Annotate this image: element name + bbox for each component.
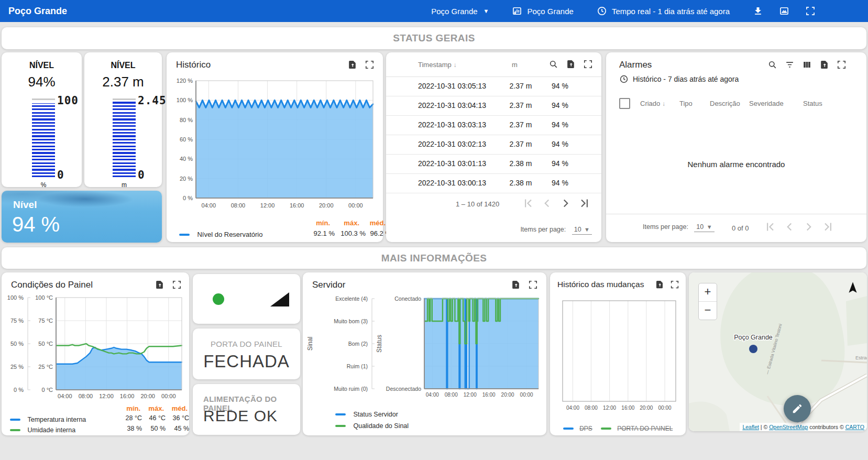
svg-text:50 °C: 50 °C	[38, 341, 53, 347]
legend-item[interactable]: Status Servidor	[335, 409, 398, 419]
edit-dashboard-fab[interactable]	[784, 395, 811, 422]
fullscreen-icon[interactable]	[837, 60, 847, 70]
condicoes-chart-card: Condições do Painel 0 %25 %50 %75 %100 %…	[2, 272, 189, 435]
svg-text:80 %: 80 %	[180, 117, 193, 123]
cell-timestamp: 2022-10-31 03:04:13	[418, 101, 486, 109]
svg-text:08:00: 08:00	[79, 393, 93, 399]
card-title: Histórico das mudanças	[557, 280, 644, 289]
legend-item[interactable]: Temperatura interna	[10, 414, 86, 424]
map-marker[interactable]	[749, 345, 757, 353]
svg-text:00:00: 00:00	[348, 202, 363, 209]
column-m[interactable]: m	[512, 61, 518, 69]
gauge-nivel-meters: NÍVEL 2.37 m 2.45 0 m	[84, 52, 162, 187]
items-per-page-select[interactable]: 10 ▼	[694, 223, 714, 232]
svg-text:Excelente (4): Excelente (4)	[335, 295, 368, 302]
svg-text:12:00: 12:00	[464, 392, 477, 398]
search-icon[interactable]	[767, 60, 777, 70]
last-page-icon[interactable]	[578, 196, 591, 210]
road-label-2: Estrada	[855, 355, 867, 360]
fullscreen-icon[interactable]	[528, 280, 538, 290]
alarm-column-header[interactable]: Severidade	[749, 100, 784, 107]
status-led	[213, 293, 224, 305]
alarms-timewindow[interactable]: Histórico - 7 dias atrás até agora	[619, 74, 739, 84]
zoom-out-button[interactable]: −	[699, 302, 717, 320]
entity-select[interactable]: Poço Grande ▼	[431, 7, 489, 16]
zoom-in-button[interactable]: +	[699, 283, 717, 302]
alarm-column-header[interactable]: Descrição	[710, 100, 740, 107]
stat-header-avg: méd.	[361, 219, 386, 227]
prev-page-icon[interactable]	[783, 220, 796, 234]
legend-item[interactable]: PORTA DO PAINEL	[601, 423, 673, 433]
cell-timestamp: 2022-10-31 03:05:13	[418, 82, 486, 90]
download-icon[interactable]	[753, 6, 763, 16]
cell-percent: 94 %	[538, 159, 568, 168]
pencil-icon	[792, 403, 803, 414]
fullscreen-icon[interactable]	[805, 6, 816, 16]
select-all-checkbox[interactable]	[619, 98, 630, 109]
timewindow-button[interactable]: Tempo real - 1 dia atrás até agora	[597, 6, 730, 16]
condicoes-chart: 0 %25 %50 %75 %100 %0 °C25 °C50 °C75 °C1…	[3, 294, 187, 406]
historico-chart-card: Histórico 0 %20 %40 %60 %80 %100 %120 %0…	[167, 52, 383, 242]
export-icon[interactable]	[566, 59, 576, 69]
column-timestamp[interactable]: Timestamp ↓	[418, 61, 456, 69]
export-icon[interactable]	[655, 280, 664, 289]
export-icon[interactable]	[511, 280, 521, 290]
screenshot-icon[interactable]	[779, 6, 789, 16]
export-icon[interactable]	[347, 60, 357, 70]
fullscreen-icon[interactable]	[670, 280, 679, 289]
signal-strength-icon	[270, 292, 289, 306]
items-per-page-select[interactable]: 10 ▼	[572, 226, 592, 235]
svg-text:16:00: 16:00	[482, 392, 496, 398]
stat-header-min: mín.	[306, 219, 330, 227]
svg-text:00:00: 00:00	[161, 393, 176, 399]
fullscreen-icon[interactable]	[583, 59, 593, 69]
dashboard-icon	[512, 6, 522, 16]
search-icon[interactable]	[548, 59, 558, 69]
gauge-min-label: 0	[57, 169, 64, 181]
legend-item[interactable]: Umidade interna	[10, 425, 75, 434]
leaflet-link[interactable]: Leaflet	[742, 424, 759, 430]
svg-text:Muito ruim (0): Muito ruim (0)	[334, 386, 368, 392]
stat-header-max: máx.	[335, 219, 359, 227]
map-card[interactable]: — Estrada Vitalino Testoni Estrada Poço …	[689, 272, 867, 431]
cell-timestamp: 2022-10-31 03:03:13	[418, 121, 486, 129]
fullscreen-icon[interactable]	[172, 280, 182, 290]
svg-text:Sinal: Sinal	[306, 337, 314, 351]
alarm-column-header[interactable]: Tipo	[679, 100, 693, 107]
marker-label: Poço Grande	[734, 334, 773, 341]
next-page-icon[interactable]	[802, 220, 816, 234]
svg-text:00:00: 00:00	[520, 392, 533, 398]
clock-icon	[597, 6, 607, 16]
columns-icon[interactable]	[802, 60, 812, 70]
gauge-title: NÍVEL	[2, 61, 82, 70]
export-icon[interactable]	[155, 280, 164, 290]
svg-text:25 °C: 25 °C	[38, 364, 53, 370]
card-actions	[347, 60, 375, 70]
fullscreen-icon[interactable]	[365, 60, 375, 70]
osm-link[interactable]: OpenStreetMap	[769, 424, 808, 430]
timeseries-table-card: Timestamp ↓ m 2022-10-31 03:05:13 2.37 m…	[386, 52, 601, 242]
dashboard-select[interactable]: Poço Grande	[512, 6, 573, 16]
filter-icon[interactable]	[785, 60, 795, 70]
alarm-column-header[interactable]: Status	[803, 100, 822, 107]
first-page-icon[interactable]	[521, 196, 535, 210]
next-page-icon[interactable]	[559, 196, 573, 210]
svg-text:100 %: 100 %	[177, 97, 193, 103]
map-north-arrow-icon[interactable]	[846, 281, 860, 294]
alarms-card: Alarmes Histórico - 7 dias atrás até ago…	[606, 52, 866, 242]
gauge-bar	[32, 98, 55, 177]
prev-page-icon[interactable]	[540, 196, 554, 210]
alarm-column-header[interactable]: Criado ↓	[640, 100, 665, 107]
stat-min: 28 °C	[118, 414, 142, 422]
export-icon[interactable]	[819, 60, 829, 70]
mudancas-chart: 04:0008:0012:0016:0020:0000:00	[553, 294, 682, 424]
svg-text:50 %: 50 %	[10, 341, 24, 347]
carto-link[interactable]: CARTO	[845, 424, 864, 430]
legend-item[interactable]: Nível do Reservatório	[179, 229, 262, 239]
legend-item[interactable]: Qualidade do Sinal	[335, 421, 409, 430]
last-page-icon[interactable]	[821, 220, 835, 234]
first-page-icon[interactable]	[763, 220, 777, 234]
legend-item[interactable]: DPS	[563, 423, 592, 433]
svg-text:12:00: 12:00	[260, 202, 275, 209]
svg-text:120 %: 120 %	[177, 78, 193, 84]
